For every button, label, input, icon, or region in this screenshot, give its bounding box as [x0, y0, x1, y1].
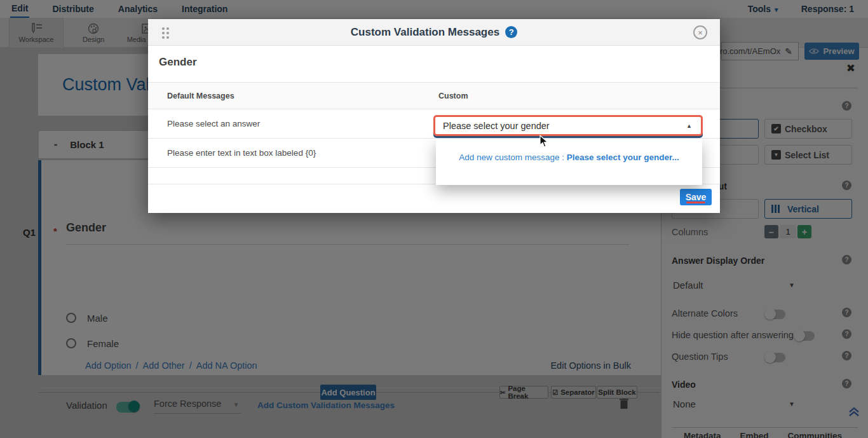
default-message-text: Please enter text in text box labeled {0… [167, 148, 316, 158]
column-default-messages: Default Messages [167, 92, 234, 100]
modal-question-title: Gender [159, 56, 197, 69]
modal-header: Custom Validation Messages ? × [148, 19, 720, 46]
mouse-cursor [539, 135, 548, 151]
modal-help-icon[interactable]: ? [505, 26, 517, 38]
custom-message-select[interactable]: Please select your gender ▲ [433, 115, 703, 136]
custom-message-dropdown: Add new custom message : Please select y… [436, 139, 702, 185]
column-custom: Custom [438, 92, 468, 100]
drag-handle-icon[interactable] [162, 27, 169, 39]
custom-message-value: Please select your gender [443, 121, 550, 131]
chevron-up-icon: ▲ [686, 123, 692, 129]
custom-validation-messages-modal: Custom Validation Messages ? × Gender De… [148, 19, 720, 213]
add-new-custom-message-option[interactable]: Add new custom message : Please select y… [436, 153, 702, 162]
modal-close-icon[interactable]: × [693, 25, 707, 39]
modal-table-header: Default Messages Custom [148, 82, 720, 109]
save-button[interactable]: Save [680, 189, 712, 205]
modal-title: Custom Validation Messages [351, 26, 499, 39]
default-message-text: Please select an answer [167, 119, 260, 128]
